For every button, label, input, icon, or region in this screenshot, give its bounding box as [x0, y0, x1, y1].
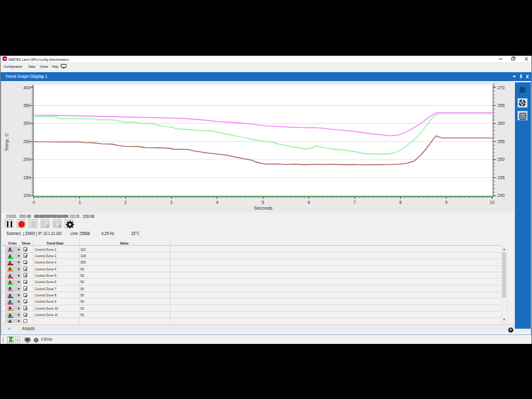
- svg-text:100: 100: [23, 193, 31, 198]
- svg-text:9: 9: [445, 200, 448, 204]
- svg-text:0: 0: [33, 200, 35, 204]
- svg-text:265: 265: [498, 103, 505, 107]
- svg-text:3: 3: [170, 200, 173, 204]
- svg-text:240: 240: [498, 193, 505, 198]
- svg-text:300: 300: [23, 121, 31, 125]
- svg-text:245: 245: [498, 175, 505, 179]
- svg-text:Seconds: Seconds: [254, 205, 273, 211]
- svg-text:8: 8: [399, 200, 402, 204]
- svg-text:6: 6: [308, 200, 310, 204]
- svg-text:200: 200: [23, 157, 31, 162]
- svg-text:4: 4: [216, 200, 218, 204]
- svg-text:5: 5: [262, 200, 264, 204]
- svg-text:250: 250: [23, 139, 31, 143]
- svg-text:270: 270: [498, 85, 505, 89]
- svg-text:10: 10: [490, 200, 495, 204]
- svg-text:150: 150: [23, 175, 31, 179]
- svg-text:260: 260: [498, 121, 505, 125]
- svg-text:250: 250: [498, 157, 505, 162]
- svg-text:Temp, C: Temp, C: [4, 132, 10, 151]
- svg-text:400: 400: [23, 85, 31, 89]
- svg-text:2: 2: [124, 200, 127, 204]
- svg-text:1: 1: [79, 200, 81, 204]
- svg-text:350: 350: [23, 103, 31, 107]
- svg-text:255: 255: [498, 139, 505, 143]
- svg-text:7: 7: [353, 200, 356, 204]
